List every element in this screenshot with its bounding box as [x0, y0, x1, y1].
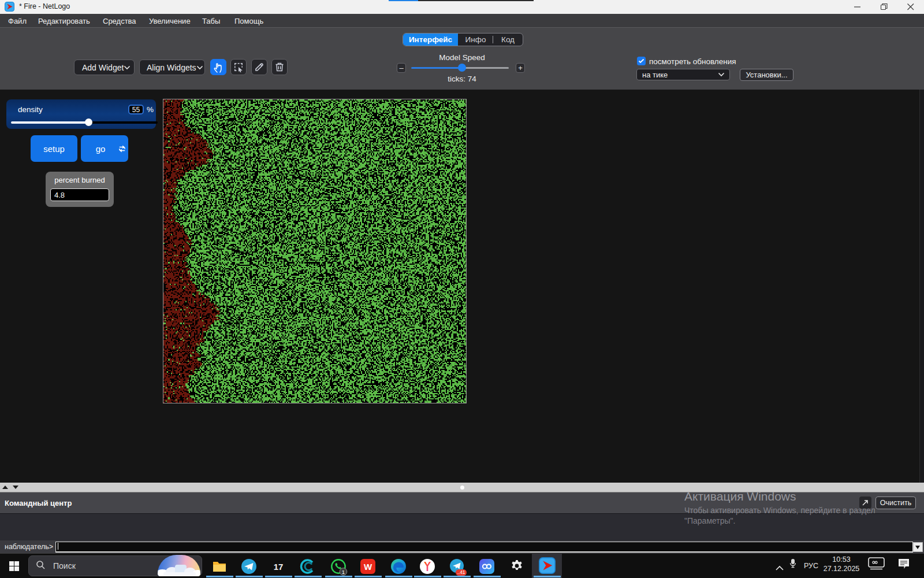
svg-text:17: 17 — [274, 562, 284, 572]
svg-text:1: 1 — [342, 569, 345, 575]
svg-text:..41: ..41 — [457, 569, 465, 575]
svg-text:W: W — [364, 562, 372, 572]
